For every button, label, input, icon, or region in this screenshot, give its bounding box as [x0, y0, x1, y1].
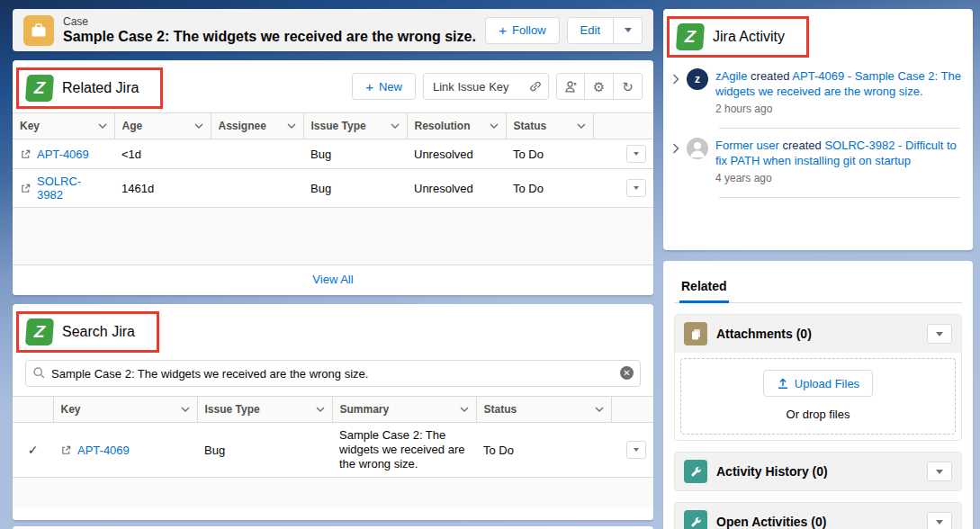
age-cell: <1d [114, 139, 211, 169]
issue-key-link[interactable]: APT-4069 [37, 148, 89, 161]
refresh-button[interactable]: ↻ [614, 73, 643, 100]
drop-files-text: Or drop files [681, 408, 955, 421]
search-jira-title: Search Jira [62, 324, 135, 340]
divider [719, 197, 960, 198]
row-actions-button[interactable] [626, 145, 646, 163]
issue-key-link[interactable]: APT-4069 [77, 444, 130, 457]
row-actions-button[interactable] [626, 441, 646, 459]
chevron-down-icon [634, 448, 639, 452]
open-activities-header: Open Activities (0) [675, 503, 961, 529]
attachments-collapse-button[interactable] [927, 324, 952, 344]
related-jira-table: Key Age Assignee Issue Type Resolution S… [13, 112, 653, 208]
search-jira-footer-space [13, 507, 653, 520]
open-activities-collapse-button[interactable] [927, 512, 952, 529]
edit-label: Edit [580, 23, 600, 37]
clear-search-button[interactable]: ✕ [620, 366, 634, 380]
column-header-resolution[interactable]: Resolution [407, 113, 506, 139]
zagile-icon: Z [25, 75, 54, 102]
chevron-down-icon [936, 332, 943, 336]
column-header-status[interactable]: Status [506, 113, 593, 139]
jira-activity-header: Z Jira Activity [663, 9, 973, 59]
chevron-down-icon [625, 28, 632, 32]
activity-item: Former user created SOLRC-3982 - Difficu… [663, 129, 973, 186]
column-header-issue-type[interactable]: Issue Type [303, 113, 407, 139]
selected-check-icon[interactable]: ✓ [28, 443, 39, 457]
status-cell: To Do [476, 423, 611, 478]
external-link-icon[interactable] [60, 444, 72, 456]
expand-chevron-icon[interactable] [672, 68, 679, 88]
activity-text: zAgile created APT-4069 - Sample Case 2:… [715, 68, 962, 117]
upload-files-button[interactable]: Upload Files [763, 370, 873, 397]
edit-dropdown-button[interactable] [614, 17, 643, 44]
age-cell: 1461d [114, 169, 211, 208]
tab-bar: Related [674, 272, 962, 303]
edit-button[interactable]: Edit [567, 17, 614, 44]
column-header-key[interactable]: Key [13, 113, 114, 139]
settings-button[interactable]: ⚙ [585, 73, 614, 100]
issue-type-cell: Bug [303, 169, 407, 208]
chevron-down-icon [634, 186, 639, 190]
activity-history-title: Activity History (0) [716, 464, 918, 479]
actor-link[interactable]: zAgile [715, 69, 747, 83]
related-jira-header-row: Key Age Assignee Issue Type Resolution S… [13, 113, 653, 139]
column-header-issue-type[interactable]: Issue Type [197, 397, 332, 423]
gear-icon: ⚙ [593, 80, 605, 94]
assignee-cell [211, 139, 303, 169]
search-jira-header-row: Key Issue Type Summary Status [13, 397, 653, 423]
assignee-cell [211, 169, 303, 208]
link-icon[interactable] [528, 79, 543, 94]
related-jira-header: Z Related Jira + New [13, 60, 653, 112]
column-header-assignee[interactable]: Assignee [211, 113, 303, 139]
activity-history-header: Activity History (0) [675, 453, 961, 490]
chevron-down-icon [181, 407, 190, 412]
attachments-title: Attachments (0) [716, 327, 918, 341]
activity-history-collapse-button[interactable] [927, 462, 952, 481]
related-jira-highlight: Z Related Jira [16, 67, 163, 109]
row-actions-button[interactable] [626, 179, 646, 197]
new-label: New [379, 80, 402, 94]
external-link-icon[interactable] [20, 148, 31, 160]
upload-icon [777, 377, 789, 390]
column-header-summary[interactable]: Summary [332, 397, 476, 423]
column-header-key[interactable]: Key [53, 397, 197, 423]
user-icon [564, 80, 578, 94]
search-jira-panel: Z Search Jira ✕ Key Issue Type [13, 304, 653, 520]
column-header-age[interactable]: Age [114, 113, 211, 139]
assign-user-button[interactable] [556, 73, 585, 100]
person-icon [687, 138, 708, 159]
related-jira-empty-area [13, 208, 653, 264]
case-header-text: Case Sample Case 2: The widgets we recei… [63, 15, 485, 45]
actor-link[interactable]: Former user [715, 139, 779, 152]
activity-history-card: Activity History (0) [674, 452, 962, 491]
tab-related[interactable]: Related [679, 275, 729, 303]
expand-chevron-icon[interactable] [672, 138, 679, 157]
chevron-down-icon [936, 470, 943, 474]
search-row: ✕ [13, 356, 653, 396]
column-header-actions [593, 113, 653, 139]
activity-history-icon [684, 460, 707, 483]
follow-button[interactable]: + Follow [485, 17, 559, 44]
jira-activity-panel: Z Jira Activity z zAgile created APT-406… [663, 9, 973, 250]
view-all-link[interactable]: View All [312, 273, 353, 286]
action-text: created [782, 139, 821, 152]
status-cell: To Do [506, 139, 593, 169]
header-actions: + Follow Edit [485, 17, 643, 44]
chevron-down-icon [936, 520, 943, 525]
table-row: ✓ APT-4069 Bug Sample Case 2: The widget… [13, 423, 653, 478]
open-activities-icon [684, 510, 707, 529]
attachments-icon [684, 322, 707, 345]
view-all-footer: View All [13, 264, 653, 295]
column-header-status[interactable]: Status [476, 397, 611, 423]
resolution-cell: Unresolved [407, 169, 506, 208]
column-header-actions [611, 397, 653, 423]
wrench-glyph [689, 465, 703, 479]
search-jira-input[interactable] [25, 360, 641, 387]
file-dropzone[interactable]: Upload Files Or drop files [680, 358, 956, 435]
search-jira-table: Key Issue Type Summary Status ✓ APT-4069… [13, 396, 653, 478]
chevron-down-icon [287, 123, 296, 129]
new-button[interactable]: + New [352, 73, 416, 100]
issue-key-link[interactable]: SOLRC-3982 [37, 175, 107, 202]
jira-activity-highlight: Z Jira Activity [667, 16, 809, 58]
external-link-icon[interactable] [20, 183, 31, 194]
chevron-down-icon [98, 123, 107, 129]
